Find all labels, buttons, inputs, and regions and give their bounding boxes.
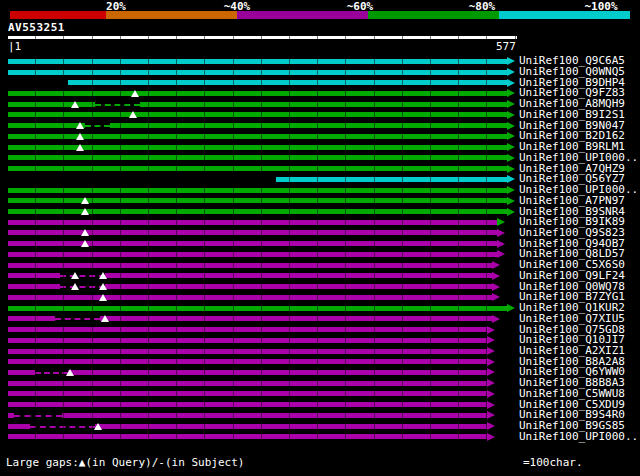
subject-gap-dash-line [14,415,62,417]
hit-arrow-icon [497,240,505,248]
hit-arrow-icon [492,283,500,291]
query-gap-triangle-icon [131,90,139,97]
hit-label[interactable]: UniRef100_UPI000.. [519,431,638,443]
hit-bar[interactable] [8,155,507,160]
hit-arrow-icon [487,422,495,430]
hit-arrow-icon [492,261,500,269]
subject-gap-dashes [30,424,95,429]
hit-arrow-icon [507,165,515,173]
hit-arrow-icon [507,143,515,151]
identity-scale-segment [10,11,106,19]
hit-arrow-icon [487,326,495,334]
hit-arrow-icon [507,208,515,216]
hit-arrow-icon [497,250,505,258]
hit-bar[interactable] [8,338,487,343]
hit-bar[interactable] [8,263,492,268]
hit-arrow-icon [507,79,515,87]
query-gap-triangle-icon [81,208,89,215]
hit-bar[interactable] [276,177,507,182]
hit-arrow-icon [507,154,515,162]
hit-arrow-icon [507,197,515,205]
hit-arrow-icon [497,229,505,237]
query-gap-triangle-icon [99,272,107,279]
hit-bar[interactable] [8,391,487,396]
query-name: AV553251 [8,21,65,34]
hit-arrow-icon [507,175,515,183]
subject-gap-dash-line [85,125,110,127]
query-gap-triangle-icon [76,122,84,129]
query-gap-triangle-icon [71,101,79,108]
gaps-legend: Large gaps:▲(in Query)/-(in Subject) [6,456,244,469]
ruler-start-label: |1 [8,41,21,52]
subject-gap-dashes [35,370,68,375]
scalebar-label: =100char. [523,456,583,469]
query-gap-triangle-icon [101,315,109,322]
hit-bar[interactable] [8,349,487,354]
subject-gap-dash-line [55,318,101,320]
identity-scale-segment [106,11,237,19]
subject-gap-dash-line [95,104,140,106]
subject-gap-dashes [95,102,140,107]
query-gap-triangle-icon [76,144,84,151]
subject-gap-dashes [55,316,101,321]
hit-bar[interactable] [8,434,487,439]
query-gap-triangle-icon [66,369,74,376]
hit-arrow-icon [487,358,495,366]
hit-arrow-icon [487,347,495,355]
hit-arrow-icon [507,111,515,119]
hit-bar[interactable] [8,166,507,171]
hit-arrow-icon [497,218,505,226]
hit-arrow-icon [507,100,515,108]
hit-bar[interactable] [8,112,507,117]
hit-arrow-icon [487,390,495,398]
hit-arrow-icon [507,68,515,76]
hit-bar[interactable] [8,370,487,375]
query-gap-triangle-icon [99,294,107,301]
hit-bar[interactable] [8,59,507,64]
hit-arrow-icon [507,304,515,312]
query-gap-triangle-icon [99,283,107,290]
query-gap-triangle-icon [81,197,89,204]
hit-bar[interactable] [8,252,497,257]
subject-gap-dash-line [30,426,95,428]
ruler-end-label: 577 [496,41,516,52]
hit-arrow-icon [492,272,500,280]
hit-bar[interactable] [8,413,487,418]
hit-bar[interactable] [68,80,507,85]
hit-arrow-icon [487,368,495,376]
hit-bar[interactable] [8,188,507,193]
subject-gap-dashes [85,123,110,128]
hit-bar[interactable] [8,402,487,407]
hit-arrow-icon [507,122,515,130]
hit-arrow-icon [507,57,515,65]
hit-arrow-icon [487,379,495,387]
identity-scale-label: ~100% [584,0,617,13]
query-gap-triangle-icon [94,423,102,430]
query-gap-triangle-icon [129,111,137,118]
hit-bar[interactable] [8,220,497,225]
subject-gap-dash-line [35,372,68,374]
subject-gap-dashes [14,413,62,418]
query-gap-triangle-icon [81,229,89,236]
scalebar-line-icon [437,463,521,466]
hit-bar[interactable] [8,381,487,386]
identity-scale-label: ~80% [469,0,496,13]
hit-bar[interactable] [8,359,487,364]
hit-arrow-icon [507,186,515,194]
hit-bar[interactable] [8,295,492,300]
query-gap-triangle-icon [71,283,79,290]
query-ruler [8,36,517,39]
blast-graphic-overview: 20%~40%~60%~80%~100% AV553251 |1 577 Uni… [0,0,640,476]
hit-arrow-icon [487,336,495,344]
hit-arrow-icon [492,315,500,323]
hit-arrow-icon [487,411,495,419]
hit-arrow-icon [487,433,495,441]
hit-arrow-icon [487,401,495,409]
query-gap-triangle-icon [71,272,79,279]
hit-bar[interactable] [8,327,487,332]
hit-bar[interactable] [8,102,507,107]
hit-bar[interactable] [8,70,507,75]
query-gap-triangle-icon [76,133,84,140]
hit-bar[interactable] [8,91,507,96]
hit-bar[interactable] [8,306,507,311]
